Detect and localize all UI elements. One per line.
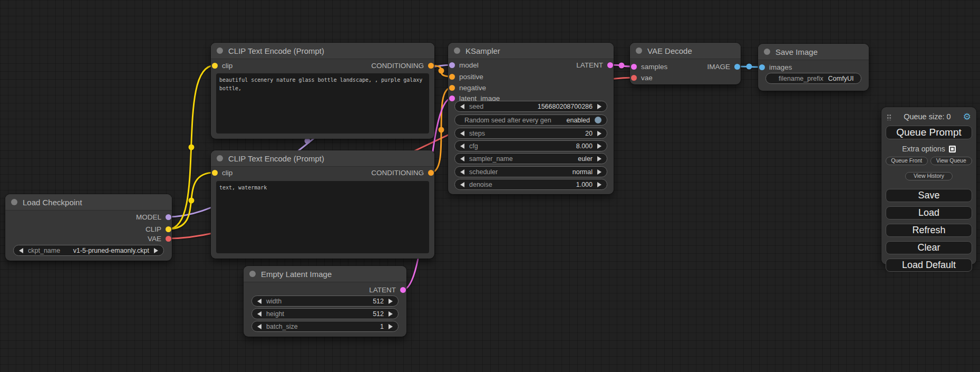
conditioning-port-icon[interactable] [449,85,455,91]
increment-arrow-icon[interactable] [597,182,601,187]
vae-port-icon[interactable] [631,75,637,81]
widget-cfg[interactable]: cfg 8.000 [454,140,607,151]
output-slot-model[interactable]: MODEL [136,212,171,222]
node-load-checkpoint[interactable]: Load Checkpoint MODEL CLIP VAE ckpt_name… [5,194,172,261]
input-slot-negative[interactable]: negative [449,82,486,93]
increment-arrow-icon[interactable] [597,156,601,161]
increment-arrow-icon[interactable] [389,311,393,317]
decrement-arrow-icon[interactable] [257,299,261,304]
latent-port-icon[interactable] [607,62,613,68]
decrement-arrow-icon[interactable] [460,182,464,187]
input-slot-model[interactable]: model [449,60,479,70]
node-titlebar[interactable]: CLIP Text Encode (Prompt) [211,43,434,59]
node-graph-canvas[interactable]: Load Checkpoint MODEL CLIP VAE ckpt_name… [0,0,980,372]
node-titlebar[interactable]: KSampler [448,43,614,59]
node-clip-text-encode-negative[interactable]: CLIP Text Encode (Prompt) clip CONDITION… [211,150,434,259]
clip-port-icon[interactable] [212,170,218,176]
view-queue-button[interactable]: View Queue [930,157,973,165]
latent-port-icon[interactable] [631,64,637,70]
decrement-arrow-icon[interactable] [460,169,464,175]
decrement-arrow-icon[interactable] [460,131,464,136]
decrement-arrow-icon[interactable] [460,104,464,109]
extra-options-checkbox[interactable] [949,146,956,152]
collapse-dot-icon[interactable] [217,47,223,54]
image-port-icon[interactable] [734,64,740,70]
model-port-icon[interactable] [449,62,455,68]
view-history-button[interactable]: View History [905,172,953,180]
increment-arrow-icon[interactable] [154,248,158,253]
increment-arrow-icon[interactable] [389,299,393,304]
collapse-dot-icon[interactable] [249,271,256,277]
load-button[interactable]: Load [886,206,972,220]
decrement-arrow-icon[interactable] [257,324,261,329]
node-vae-decode[interactable]: VAE Decode samples vae IMAGE [630,43,741,84]
input-slot-positive[interactable]: positive [449,71,483,82]
node-titlebar[interactable]: Load Checkpoint [5,194,172,211]
input-slot-clip[interactable]: clip [212,60,232,71]
node-ksampler[interactable]: KSampler model positive negative latent_… [448,43,614,194]
collapse-dot-icon[interactable] [454,47,460,54]
latent-port-icon[interactable] [449,96,455,101]
node-empty-latent-image[interactable]: Empty Latent Image LATENT width 512 heig… [244,266,406,337]
save-button[interactable]: Save [886,189,972,202]
output-slot-latent[interactable]: LATENT [576,60,613,70]
image-port-icon[interactable] [759,64,765,70]
output-slot-conditioning[interactable]: CONDITIONING [371,60,434,71]
node-save-image[interactable]: Save Image images filename_prefix ComfyU… [758,44,869,91]
decrement-arrow-icon[interactable] [257,311,261,317]
widget-batch-size[interactable]: batch_size 1 [251,321,399,332]
widget-seed[interactable]: seed 156680208700286 [454,101,607,112]
clear-button[interactable]: Clear [886,241,972,254]
drag-handle-icon[interactable] [887,113,891,120]
output-slot-latent[interactable]: LATENT [369,284,406,295]
latent-port-icon[interactable] [400,287,406,293]
conditioning-port-icon[interactable] [428,170,434,176]
queue-prompt-button[interactable]: Queue Prompt [886,126,972,139]
gear-icon[interactable]: ⚙ [963,112,971,121]
output-slot-clip[interactable]: CLIP [145,224,171,234]
input-slot-samples[interactable]: samples [631,61,667,72]
input-slot-images[interactable]: images [759,62,792,72]
node-titlebar[interactable]: VAE Decode [630,43,741,59]
output-slot-vae[interactable]: VAE [148,233,171,244]
increment-arrow-icon[interactable] [597,169,601,175]
widget-ckpt-name[interactable]: ckpt_name v1-5-pruned-emaonly.ckpt [13,245,164,256]
clip-port-icon[interactable] [212,63,218,69]
queue-front-button[interactable]: Queue Front [886,157,928,165]
increment-arrow-icon[interactable] [597,131,601,136]
prompt-textarea[interactable]: beautiful scenery nature glass bottle la… [216,73,429,133]
vae-port-icon[interactable] [166,236,171,242]
widget-random-seed[interactable]: Random seed after every gen enabled [454,115,607,126]
decrement-arrow-icon[interactable] [460,144,464,149]
output-slot-conditioning[interactable]: CONDITIONING [371,167,434,178]
widget-scheduler[interactable]: scheduler normal [454,166,607,177]
input-slot-vae[interactable]: vae [631,72,653,83]
decrement-arrow-icon[interactable] [19,248,23,253]
refresh-button[interactable]: Refresh [886,224,972,237]
node-clip-text-encode-positive[interactable]: CLIP Text Encode (Prompt) clip CONDITION… [211,43,434,139]
collapse-dot-icon[interactable] [636,47,642,54]
node-titlebar[interactable]: CLIP Text Encode (Prompt) [211,150,434,167]
conditioning-port-icon[interactable] [428,63,434,69]
increment-arrow-icon[interactable] [597,104,601,109]
output-slot-image[interactable]: IMAGE [707,61,740,72]
clip-port-icon[interactable] [166,226,171,232]
widget-width[interactable]: width 512 [251,295,399,307]
increment-arrow-icon[interactable] [597,144,601,149]
node-titlebar[interactable]: Save Image [758,44,869,60]
collapse-dot-icon[interactable] [217,155,223,161]
widget-height[interactable]: height 512 [251,308,399,319]
load-default-button[interactable]: Load Default [886,259,972,272]
collapse-dot-icon[interactable] [764,49,770,55]
increment-arrow-icon[interactable] [389,324,393,329]
widget-filename-prefix[interactable]: filename_prefix ComfyUI [765,73,861,84]
widget-sampler-name[interactable]: sampler_name euler [454,153,607,164]
node-titlebar[interactable]: Empty Latent Image [244,266,406,282]
widget-steps[interactable]: steps 20 [454,128,607,139]
widget-denoise[interactable]: denoise 1.000 [454,179,607,190]
conditioning-port-icon[interactable] [449,74,455,80]
input-slot-clip[interactable]: clip [212,167,232,178]
collapse-dot-icon[interactable] [11,199,17,205]
toggle-icon[interactable] [595,117,601,123]
decrement-arrow-icon[interactable] [460,156,464,161]
